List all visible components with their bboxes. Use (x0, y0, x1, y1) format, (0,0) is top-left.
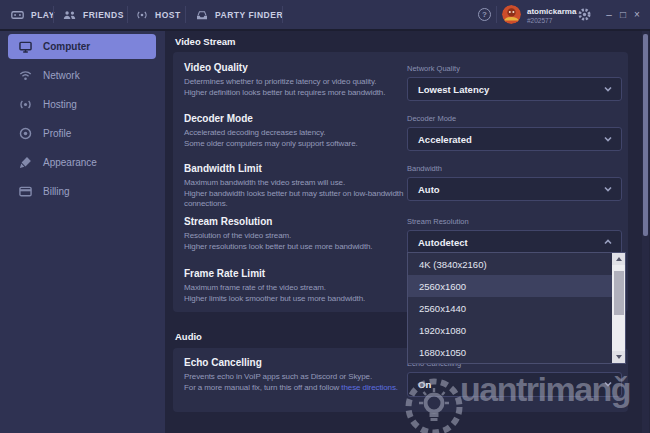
minimize-button[interactable]: – (603, 0, 615, 29)
scroll-up-button[interactable] (612, 253, 625, 265)
sidebar-item-label: Appearance (43, 157, 97, 168)
decoder-mode-control: Decoder Mode Accelerated (407, 114, 622, 151)
select-value: On (418, 379, 431, 390)
friends-icon (63, 10, 76, 20)
setting-row-stream-resolution: Stream Resolution Resolution of the vide… (184, 216, 412, 252)
nav-divider (127, 6, 128, 23)
sidebar-item-billing[interactable]: Billing (8, 179, 156, 204)
setting-description: Some older computers may only support so… (184, 139, 412, 150)
bandwidth-control: Bandwidth Auto (407, 164, 622, 201)
stream-resolution-control: Stream Resolution Autodetect (407, 217, 622, 254)
chevron-down-icon (604, 381, 612, 387)
sidebar-item-profile[interactable]: Profile (8, 121, 156, 146)
setting-description: connections. (184, 199, 412, 210)
username[interactable]: atomickarma (527, 7, 576, 16)
dropdown-scrollbar[interactable] (612, 253, 625, 363)
setting-title: Echo Cancelling (184, 357, 412, 368)
dropdown-option-2560x1440[interactable]: 2560x1440 (408, 297, 625, 319)
control-label: Stream Resolution (407, 217, 622, 226)
tab-party-finder[interactable]: PARTY FINDER (196, 0, 283, 29)
setting-description: Accelerated decoding decreases latency. (184, 128, 412, 139)
sidebar-item-hosting[interactable]: Hosting (8, 92, 156, 117)
select-value: Auto (418, 184, 440, 195)
chevron-down-icon (604, 136, 612, 142)
user-tag: #202577 (527, 17, 552, 24)
dropdown-option-4k[interactable]: 4K (3840x2160) (408, 253, 625, 275)
profile-icon (19, 127, 32, 140)
sidebar-item-label: Billing (43, 186, 70, 197)
tab-play[interactable]: PLAY (11, 0, 55, 29)
tab-host[interactable]: HOST (136, 0, 181, 29)
setting-description: Resolution of the video stream. (184, 231, 412, 242)
avatar-image (502, 5, 521, 24)
avatar[interactable] (502, 5, 521, 24)
setting-description: Prevents echo in VoIP apps such as Disco… (184, 372, 412, 383)
setting-row-decoder-mode: Decoder Mode Accelerated decoding decrea… (184, 113, 412, 149)
setting-title: Decoder Mode (184, 113, 412, 124)
setting-description: Higher limits look smoother but use more… (184, 294, 412, 305)
maximize-button[interactable]: □ (617, 0, 629, 29)
tab-label: PARTY FINDER (215, 10, 283, 20)
setting-title: Frame Rate Limit (184, 268, 412, 279)
dropdown-option-1920x1080[interactable]: 1920x1080 (408, 319, 625, 341)
dropdown-option-2560x1600[interactable]: 2560x1600 (408, 275, 625, 297)
network-quality-control: Network Quality Lowest Latency (407, 64, 622, 101)
monitor-icon (19, 41, 32, 53)
tab-friends[interactable]: FRIENDS (63, 0, 124, 29)
echo-cancelling-select[interactable]: On (407, 372, 622, 397)
sidebar-item-label: Network (43, 70, 80, 81)
setting-description: Maximum bandwidth the video stream will … (184, 178, 412, 189)
bandwidth-select[interactable]: Auto (407, 177, 622, 201)
setting-description: Higher definition looks better but requi… (184, 88, 412, 99)
setting-description: Maximum frame rate of the video stream. (184, 283, 412, 294)
sidebar-item-label: Hosting (43, 99, 77, 110)
decoder-mode-select[interactable]: Accelerated (407, 127, 622, 151)
nav-divider (53, 6, 54, 23)
sidebar-item-computer[interactable]: Computer (8, 34, 156, 59)
tab-label: HOST (155, 10, 181, 20)
these-directions-link[interactable]: these directions. (341, 383, 398, 392)
help-icon[interactable]: ? (478, 8, 491, 21)
nav-divider (185, 6, 186, 23)
setting-description: Determines whether to prioritize latency… (184, 77, 412, 88)
tab-label: PLAY (31, 10, 55, 20)
chevron-down-icon (604, 186, 612, 192)
control-label: Network Quality (407, 64, 622, 73)
nav-divider (282, 6, 283, 23)
control-label: Bandwidth (407, 164, 622, 173)
close-button[interactable]: × (631, 0, 643, 29)
scrollbar-thumb[interactable] (614, 271, 624, 315)
echo-cancelling-control: Echo Cancelling On (407, 359, 622, 397)
stream-resolution-select[interactable]: Autodetect (407, 230, 622, 254)
sidebar-item-network[interactable]: Network (8, 63, 156, 88)
sidebar-item-appearance[interactable]: Appearance (8, 150, 156, 175)
chevron-up-icon (604, 239, 612, 245)
dropdown-option-1680x1050[interactable]: 1680x1050 (408, 341, 625, 363)
nav-divider (496, 6, 497, 23)
scroll-down-button[interactable] (612, 351, 625, 363)
setting-title: Bandwidth Limit (184, 163, 412, 174)
page-scrollbar[interactable] (642, 31, 649, 433)
page-scrollbar-thumb[interactable] (643, 34, 648, 236)
setting-title: Stream Resolution (184, 216, 412, 227)
broadcast-icon (19, 99, 32, 110)
billing-icon (19, 186, 32, 197)
video-stream-section-title: Video Stream (175, 36, 236, 47)
sidebar-item-label: Computer (43, 41, 90, 52)
gamepad-icon (11, 10, 24, 20)
sidebar: Computer Network Hosting Profile Appeara… (0, 31, 165, 433)
gear-icon[interactable] (577, 7, 592, 26)
chevron-down-icon (604, 86, 612, 92)
network-quality-select[interactable]: Lowest Latency (407, 77, 622, 101)
top-bar: PLAY FRIENDS HOST PARTY FINDER ? atomick… (0, 0, 650, 31)
control-label: Decoder Mode (407, 114, 622, 123)
setting-row-video-quality: Video Quality Determines whether to prio… (184, 62, 412, 98)
setting-description: Higher bandwidth looks better but may st… (184, 189, 412, 200)
setting-description: Higher resolutions look better but use m… (184, 242, 412, 253)
setting-row-bandwidth-limit: Bandwidth Limit Maximum bandwidth the vi… (184, 163, 412, 210)
sidebar-item-label: Profile (43, 128, 71, 139)
wifi-icon (19, 70, 32, 81)
tab-label: FRIENDS (83, 10, 124, 20)
audio-section-title: Audio (175, 331, 202, 342)
select-value: Accelerated (418, 134, 472, 145)
